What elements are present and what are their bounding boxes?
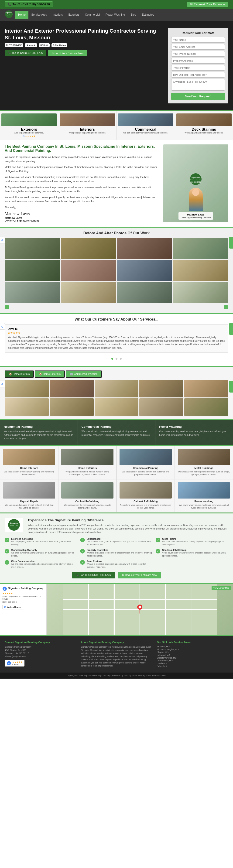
- service-box-metal-buildings[interactable]: Metal Buildings We specialize in paintin…: [175, 446, 233, 479]
- photo-5[interactable]: [5, 260, 60, 281]
- gallery-tab-interiors[interactable]: 🏠 Home Interiors: [5, 370, 34, 378]
- photo-10[interactable]: [61, 282, 116, 303]
- footer-google-badge: G ★★★★★ 4.9 Stars: [5, 660, 25, 666]
- service-box-cabinet-refinishing-1[interactable]: Cabinet Refinishing We specialize in the…: [58, 479, 117, 513]
- diff-feature-experienced-title: Experienced: [87, 538, 153, 540]
- diff-feature-pricing: ✓ Clear Pricing We have clear and accura…: [156, 538, 228, 546]
- diff-feature-cleanup: ✓ Spotless Job Cleanup You'll never know…: [156, 549, 228, 557]
- footer-service-area-stlouis[interactable]: St. Louis, MO: [157, 646, 228, 648]
- google-side-badge: G: [0, 237, 5, 243]
- estimate-name-input[interactable]: [171, 37, 225, 43]
- nav-item-interiors[interactable]: Interiors: [50, 11, 65, 19]
- gallery-cell-5[interactable]: [184, 380, 228, 397]
- photo-9[interactable]: [5, 282, 60, 303]
- map-write-review-button[interactable]: G Write a Review: [2, 605, 23, 610]
- service-card-exteriors-label: Exteriors: [21, 127, 37, 131]
- estimate-phone-input[interactable]: [171, 51, 225, 57]
- footer-phone-number[interactable]: (618) 580-5736: [12, 655, 26, 658]
- nav-item-service-area[interactable]: Service Area: [28, 11, 50, 19]
- dot-3[interactable]: [120, 358, 122, 360]
- photo-12[interactable]: [173, 282, 228, 303]
- photo-1[interactable]: [5, 238, 60, 259]
- service-box-cabinet-refinishing-2[interactable]: Cabinet Refinishing Refinishing your cab…: [117, 479, 175, 513]
- service-card-deck[interactable]: Deck Staining We can paint and stain dec…: [175, 111, 233, 140]
- about-body2: We have over 40 years of combined painti…: [5, 175, 158, 183]
- map-view-larger-button[interactable]: View Larger Map: [211, 586, 231, 590]
- photo-2[interactable]: [61, 238, 116, 259]
- service-box-drywall-repair-image: [3, 482, 55, 499]
- footer-service-area-kirkwood[interactable]: Kirkwood, MO: [157, 654, 228, 656]
- google-rating-exteriors: G ★★★★★: [1, 135, 57, 137]
- footer-contact-col: Contact Signature Painting Company Signa…: [5, 641, 76, 668]
- service-box-home-exteriors-image: [61, 449, 114, 465]
- service-box-cabinet-refinishing-1-image: [61, 482, 114, 499]
- footer-service-area-ofallon[interactable]: O'Fallon, IL: [157, 662, 228, 664]
- topbar-estimate-button[interactable]: ✉ Request Your Estimate: [187, 2, 228, 7]
- gallery-cell-3[interactable]: [95, 380, 139, 397]
- service-card-commercial[interactable]: Commercial We can paint commercial inter…: [117, 111, 175, 140]
- difference-section: Signature Painting & Dec. Experience The…: [0, 514, 233, 583]
- gallery-cell-4[interactable]: [139, 380, 183, 397]
- gallery-cell-10[interactable]: [184, 398, 228, 416]
- photo-11[interactable]: [117, 282, 172, 303]
- nav-item-blog[interactable]: Blog: [128, 11, 139, 19]
- estimate-email-input[interactable]: [171, 44, 225, 50]
- estimate-project-input[interactable]: [171, 65, 225, 70]
- estimate-address-input[interactable]: [171, 58, 225, 64]
- nav-item-commercial[interactable]: Commercial: [82, 11, 103, 19]
- google-side-badge-3: G: [0, 381, 5, 388]
- top-bar: 📞 Tap To Call (618) 580-5736 ✉ Request Y…: [0, 0, 233, 9]
- footer-service-area-webster[interactable]: Webster Groves, MO: [157, 657, 228, 659]
- service-card-exteriors[interactable]: Exteriors able to painting home exterior…: [0, 111, 58, 140]
- experienced-icon: ✓: [80, 538, 85, 542]
- estimate-how-heard-input[interactable]: [171, 72, 225, 78]
- footer-service-area-richmond[interactable]: Richmond Heights, MO: [157, 648, 228, 651]
- difference-estimate-button[interactable]: ✉ Request Your Estimate Now: [118, 572, 161, 579]
- nav-item-estimates[interactable]: Estimates: [139, 11, 157, 19]
- service-box-power-washing[interactable]: Power Washing We power wash houses, buil…: [175, 479, 233, 513]
- topbar-phone-button[interactable]: 📞 Tap To Call (618) 580-5736: [5, 1, 53, 7]
- photo-7[interactable]: [117, 260, 172, 281]
- footer-service-area-chesterfield[interactable]: Chesterfield, MO: [157, 659, 228, 662]
- footer-service-area-clayton[interactable]: Clayton, MO: [157, 651, 228, 653]
- hero-estimate-button[interactable]: Request Your Estimate Now!: [48, 50, 87, 56]
- about-text-content: The Best Painting Company In St. Louis, …: [5, 145, 158, 222]
- nav-item-home[interactable]: Home: [16, 11, 28, 19]
- diff-feature-pricing-title: Clear Pricing: [162, 538, 228, 540]
- gallery-cell-6[interactable]: [5, 398, 49, 416]
- photo-3[interactable]: [117, 238, 172, 259]
- gallery-tab-commercial[interactable]: 🏢 Commercial Painting: [66, 370, 102, 378]
- nav-item-power-washing[interactable]: Power Washing: [103, 11, 128, 19]
- service-box-commercial-painting[interactable]: Commercial Painting We specialize in pai…: [117, 446, 175, 479]
- photo-8[interactable]: [173, 260, 228, 281]
- reviews-icon: ✓: [80, 560, 85, 565]
- photo-6[interactable]: [61, 260, 116, 281]
- gallery-cell-9[interactable]: [139, 398, 183, 416]
- service-box-drywall-repair[interactable]: Drywall Repair We can repair damaged dry…: [0, 479, 58, 513]
- map-area[interactable]: View Larger Map: [47, 584, 233, 635]
- photo-4[interactable]: [173, 238, 228, 259]
- estimate-message-input[interactable]: [171, 79, 225, 91]
- difference-phone-button[interactable]: 📞 Tap To Call (618) 580-5736: [72, 572, 115, 579]
- diff-feature-licensed-title: Licensed & Insured: [11, 538, 77, 540]
- before-after-next-button[interactable]: ›: [224, 305, 228, 309]
- before-after-prev-button[interactable]: ‹: [5, 305, 9, 309]
- gallery-cell-8[interactable]: [95, 398, 139, 416]
- nav-item-exteriors[interactable]: Exteriors: [65, 11, 82, 19]
- dot-1[interactable]: [111, 358, 113, 360]
- footer-service-areas-col: Our St. Louis Service Areas St. Louis, M…: [157, 641, 228, 668]
- dot-2[interactable]: [116, 358, 117, 360]
- estimate-submit-button[interactable]: Send Your Request!: [171, 93, 225, 100]
- service-box-home-exteriors[interactable]: Home Exteriors We paint home exteriors w…: [58, 446, 117, 479]
- gallery-cell-2[interactable]: [50, 380, 94, 397]
- service-card-interiors[interactable]: Interiors We specialize in painting home…: [58, 111, 117, 140]
- svg-text:Painting & Decorating: Painting & Decorating: [5, 14, 13, 16]
- write-review-label: Write a Review: [7, 606, 21, 608]
- gallery-tab-exteriors[interactable]: 🏠 Home Exteriors: [35, 370, 65, 378]
- gallery-cell-1[interactable]: [5, 380, 49, 397]
- hero-phone-button[interactable]: 📞 Tap To Call (618) 580-5736: [5, 50, 46, 56]
- footer-service-area-belleville[interactable]: Belleville, IL: [157, 665, 228, 668]
- service-box-home-interiors[interactable]: Home Interiors We specialize in professi…: [0, 446, 58, 479]
- gallery-cell-7[interactable]: [50, 398, 94, 416]
- hero-text-content: Interior And Exterior Professional Paint…: [5, 28, 163, 56]
